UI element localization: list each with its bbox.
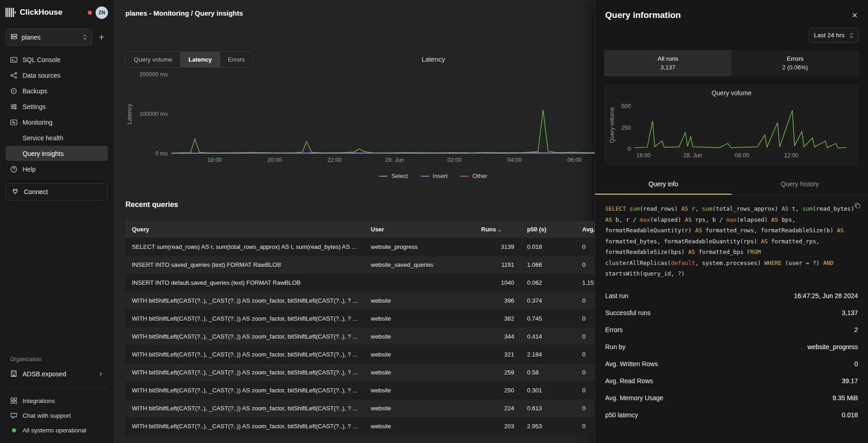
column-header-p50[interactable]: p50 (s): [521, 221, 576, 238]
table-row[interactable]: WITH bitShiftLeft(CAST(?..), _CAST(?..))…: [125, 310, 595, 328]
copy-icon[interactable]: [854, 202, 861, 210]
table-row[interactable]: WITH bitShiftLeft(CAST(?..), _CAST(?..))…: [125, 345, 595, 363]
legend-item[interactable]: Select: [379, 173, 408, 179]
time-range-select[interactable]: Last 24 hrs: [809, 28, 859, 43]
recent-queries-title: Recent queries: [125, 201, 595, 209]
sidebar-item-label: Backups: [23, 87, 47, 95]
sidebar-item-integrations[interactable]: Integrations: [6, 393, 108, 408]
table-row[interactable]: INSERT INTO default.saved_queries (text)…: [125, 274, 595, 292]
cell-avg: 0: [576, 310, 595, 328]
table-row[interactable]: WITH bitShiftLeft(CAST(?..), _CAST(?..))…: [125, 328, 595, 345]
cell-p50: 0.062: [521, 274, 576, 292]
sql-code[interactable]: SELECT sum(read_rows) AS r, sum(total_ro…: [605, 205, 854, 277]
cell-runs: 3139: [475, 238, 521, 256]
detail-row: Successful runs 3,137: [605, 305, 858, 322]
status-dot-icon: [10, 428, 17, 432]
add-service-button[interactable]: +: [95, 31, 108, 44]
cell-runs: 344: [475, 328, 521, 345]
svg-text:0 ms: 0 ms: [155, 150, 168, 157]
cell-query: WITH bitShiftLeft(CAST(?..), _CAST(?..))…: [125, 345, 364, 363]
recent-queries-body: SELECT sum(read_rows) AS r, sum(total_ro…: [125, 238, 595, 435]
notification-dot[interactable]: [88, 11, 92, 15]
stat-tab-all-runs[interactable]: All runs 3,137: [604, 50, 732, 76]
column-header-user[interactable]: User: [364, 221, 475, 238]
detail-value: 16:47:25, Jun 28 2024: [794, 292, 858, 299]
cell-avg: 0: [576, 399, 595, 417]
cell-p50: 0.58: [521, 363, 576, 381]
sidebar-item-settings[interactable]: Settings: [6, 99, 108, 114]
tab-errors[interactable]: Errors: [220, 52, 253, 67]
detail-label: Avg. Read Rows: [605, 377, 653, 385]
tab-query-volume[interactable]: Query volume: [126, 52, 181, 67]
sidebar-item-monitoring[interactable]: Monitoring: [6, 115, 108, 130]
table-row[interactable]: WITH bitShiftLeft(CAST(?..), _CAST(?..))…: [125, 399, 595, 417]
detail-label: Last run: [605, 292, 629, 299]
legend-item[interactable]: Other: [460, 173, 488, 179]
sidebar-item-label: Monitoring: [23, 119, 52, 126]
panel-header: Query information ✕: [595, 0, 868, 24]
stat-tab-errors[interactable]: Errors 2 (0.06%): [732, 50, 859, 76]
connect-button[interactable]: Connect: [6, 183, 108, 201]
sidebar-item-label: Settings: [23, 103, 46, 110]
table-row[interactable]: INSERT INTO saved_queries (text) FORMAT …: [125, 256, 595, 274]
cell-user: website: [364, 363, 475, 381]
detail-row: Avg. Read Rows 39.17: [605, 373, 858, 390]
tab-query-history[interactable]: Query history: [732, 174, 868, 195]
legend-item[interactable]: Insert: [421, 173, 448, 179]
query-information-panel: Query information ✕ Last 24 hrs All runs…: [595, 0, 868, 443]
nodes-icon: [10, 72, 17, 79]
plug-icon: [11, 188, 19, 196]
cell-user: [364, 274, 475, 292]
organization-item[interactable]: ADSB.exposed: [6, 366, 108, 382]
panel-title: Query information: [605, 10, 681, 20]
service-selector[interactable]: planes: [6, 29, 92, 46]
stat-tab-value: 2 (0.06%): [732, 64, 859, 71]
svg-text:Query volume: Query volume: [609, 107, 615, 143]
sidebar-item-system-status[interactable]: All systems operational: [6, 423, 108, 437]
chart-metric-tabs: Query volume Latency Errors: [125, 52, 253, 68]
svg-text:06:00: 06:00: [735, 152, 749, 159]
svg-text:02:00: 02:00: [447, 157, 461, 163]
sidebar-item-data-sources[interactable]: Data sources: [6, 68, 108, 83]
table-header-row: Query User Runs⌄ p50 (s) Avg.: [125, 221, 595, 238]
cell-p50: 2.953: [521, 417, 576, 435]
table-row[interactable]: WITH bitShiftLeft(CAST(?..), _CAST(?..))…: [125, 417, 595, 435]
table-row[interactable]: WITH bitShiftLeft(CAST(?..), _CAST(?..))…: [125, 363, 595, 381]
chat-bubble-icon: [10, 412, 17, 419]
latency-legend: SelectInsertOther: [125, 173, 595, 179]
chevron-updown-icon: [849, 32, 854, 39]
sidebar-item-query-insights[interactable]: Query insights: [6, 146, 108, 161]
svg-text:250: 250: [621, 125, 631, 131]
detail-row: Run by website_progress: [605, 339, 858, 356]
cell-p50: 0.301: [521, 381, 576, 399]
table-row[interactable]: WITH bitShiftLeft(CAST(?..), _CAST(?..))…: [125, 292, 595, 310]
chart-tabs-row: Query volume Latency Errors Latency: [125, 52, 595, 70]
table-row[interactable]: SELECT sum(read_rows) AS r, sum(total_ro…: [125, 238, 595, 256]
sidebar-nav: SQL Console Data sources Backups Setting…: [6, 52, 108, 177]
detail-value: website_progress: [807, 343, 858, 351]
column-header-query[interactable]: Query: [125, 221, 364, 238]
sidebar-header: ClickHouse ZN: [6, 0, 108, 25]
brand-name: ClickHouse: [20, 8, 62, 17]
table-row[interactable]: WITH bitShiftLeft(CAST(?..), _CAST(?..))…: [125, 381, 595, 399]
time-range-row: Last 24 hrs: [595, 24, 868, 50]
integrations-grid-icon: [10, 397, 17, 404]
sidebar-item-chat-support[interactable]: Chat with support: [6, 408, 108, 423]
avatar[interactable]: ZN: [96, 6, 108, 19]
brand[interactable]: ClickHouse: [6, 8, 62, 17]
sidebar-item-sql-console[interactable]: SQL Console: [6, 52, 108, 67]
sidebar-item-service-health[interactable]: Service health: [6, 130, 108, 145]
svg-text:28. Jun: 28. Jun: [683, 152, 702, 159]
cell-avg: 0: [576, 417, 595, 435]
sidebar-item-backups[interactable]: Backups: [6, 83, 108, 98]
column-header-avg[interactable]: Avg.: [576, 221, 595, 238]
sidebar-item-label: Query insights: [23, 150, 63, 157]
svg-text:18:00: 18:00: [207, 157, 221, 163]
tab-latency[interactable]: Latency: [181, 52, 220, 67]
close-icon[interactable]: ✕: [852, 11, 858, 20]
svg-text:0: 0: [628, 146, 631, 152]
tab-query-info[interactable]: Query info: [595, 174, 732, 195]
column-header-runs[interactable]: Runs⌄: [475, 221, 521, 238]
latency-chart: 0 ms100000 ms200000 ms18:0020:0022:0028.…: [125, 70, 595, 167]
sidebar-item-help[interactable]: Help: [6, 161, 108, 177]
